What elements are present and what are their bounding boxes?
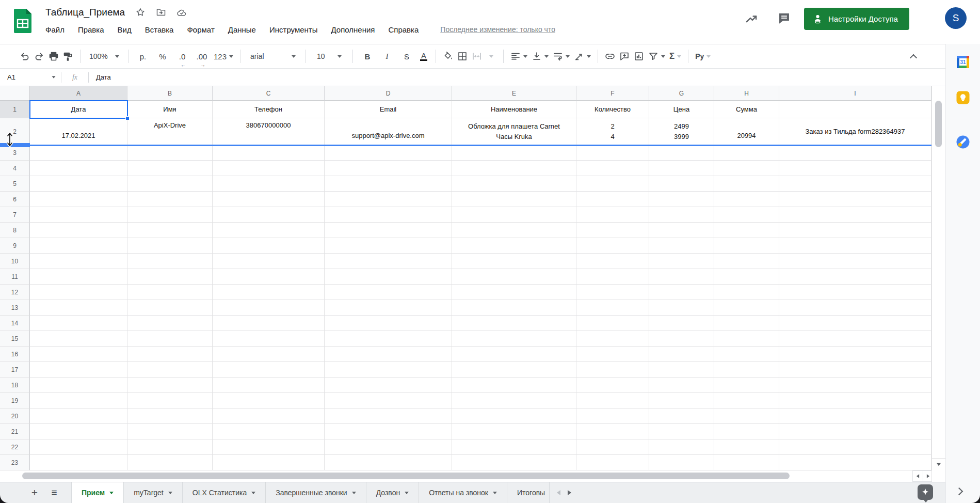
cell[interactable] xyxy=(779,223,931,238)
row-header-13[interactable]: 13 xyxy=(0,300,30,316)
tab-menu-caret-icon[interactable] xyxy=(168,492,172,494)
cell-A2[interactable]: 17.02.2021 xyxy=(30,118,127,145)
cell[interactable] xyxy=(325,378,452,393)
cell[interactable] xyxy=(649,347,714,362)
cell[interactable] xyxy=(779,269,931,285)
cell[interactable] xyxy=(325,161,452,176)
cell[interactable] xyxy=(452,238,576,254)
cell[interactable] xyxy=(452,439,576,455)
column-header-A[interactable]: A xyxy=(30,86,127,101)
cell[interactable] xyxy=(576,192,649,207)
tab-menu-caret-icon[interactable] xyxy=(251,492,255,494)
cell[interactable] xyxy=(452,207,576,223)
cell[interactable] xyxy=(714,192,779,207)
cell[interactable] xyxy=(576,455,649,470)
cell[interactable] xyxy=(576,408,649,424)
cell[interactable] xyxy=(452,393,576,408)
formula-input[interactable]: Дата xyxy=(89,73,945,81)
cell[interactable] xyxy=(452,316,576,331)
row-header-11[interactable]: 11 xyxy=(0,269,30,285)
more-formats-button[interactable]: 123 xyxy=(212,49,235,64)
cell[interactable] xyxy=(127,223,213,238)
cell[interactable] xyxy=(127,408,213,424)
horizontal-align-icon[interactable] xyxy=(508,49,529,64)
cell[interactable] xyxy=(649,269,714,285)
cell[interactable] xyxy=(30,393,127,408)
cell-H1[interactable]: Сумма xyxy=(714,101,779,118)
cell[interactable] xyxy=(213,455,325,470)
cell[interactable] xyxy=(649,378,714,393)
row-header-9[interactable]: 9 xyxy=(0,238,30,254)
cell[interactable] xyxy=(452,362,576,378)
cell[interactable] xyxy=(779,347,931,362)
cell[interactable] xyxy=(213,331,325,347)
cell[interactable] xyxy=(30,254,127,269)
cell[interactable] xyxy=(576,207,649,223)
cell[interactable] xyxy=(576,362,649,378)
cell[interactable] xyxy=(714,378,779,393)
sheet-tab-7[interactable]: Итоговы xyxy=(507,482,550,503)
cell[interactable] xyxy=(452,455,576,470)
cell[interactable] xyxy=(127,161,213,176)
cell[interactable] xyxy=(714,362,779,378)
cell[interactable] xyxy=(576,145,649,161)
italic-button[interactable]: I xyxy=(377,49,397,64)
increase-decimal-button[interactable]: .00 → xyxy=(192,49,212,64)
decrease-decimal-button[interactable]: .0 ← xyxy=(172,49,192,64)
borders-icon[interactable] xyxy=(455,49,470,64)
cell[interactable] xyxy=(779,161,931,176)
column-header-I[interactable]: I xyxy=(779,86,931,101)
horizontal-scrollbar-thumb[interactable] xyxy=(22,473,790,479)
cell[interactable] xyxy=(30,362,127,378)
cell[interactable] xyxy=(779,254,931,269)
cell[interactable] xyxy=(325,223,452,238)
cell[interactable] xyxy=(714,223,779,238)
last-edit-status[interactable]: Последнее изменение: только что xyxy=(440,25,555,34)
cell[interactable] xyxy=(714,331,779,347)
cell[interactable] xyxy=(325,145,452,161)
cell[interactable] xyxy=(714,316,779,331)
filter-icon[interactable] xyxy=(646,49,667,64)
cell[interactable] xyxy=(325,207,452,223)
menu-5[interactable]: Формат xyxy=(187,25,214,34)
row-header-6[interactable]: 6 xyxy=(0,192,30,207)
cell[interactable] xyxy=(325,316,452,331)
cell[interactable] xyxy=(779,331,931,347)
cell[interactable] xyxy=(30,347,127,362)
cell[interactable] xyxy=(325,424,452,439)
cell[interactable] xyxy=(576,393,649,408)
cloud-saved-icon[interactable] xyxy=(176,7,187,18)
cell[interactable] xyxy=(30,439,127,455)
cell[interactable] xyxy=(452,285,576,300)
sheet-tab-2[interactable]: myTarget xyxy=(124,482,183,503)
print-icon[interactable] xyxy=(46,49,61,64)
cell[interactable] xyxy=(30,238,127,254)
cell[interactable] xyxy=(127,378,213,393)
sheet-tab-1[interactable]: Прием xyxy=(71,482,124,503)
cell[interactable] xyxy=(576,424,649,439)
all-sheets-button[interactable]: ≡ xyxy=(46,485,62,500)
cell[interactable] xyxy=(325,331,452,347)
cell[interactable] xyxy=(127,176,213,192)
cell-H2[interactable]: 20994 xyxy=(714,118,779,145)
cell[interactable] xyxy=(714,254,779,269)
cell[interactable] xyxy=(213,161,325,176)
row-header-3[interactable]: 3 xyxy=(0,145,30,161)
cell[interactable] xyxy=(576,176,649,192)
cell[interactable] xyxy=(714,300,779,316)
cell[interactable] xyxy=(325,176,452,192)
cell[interactable] xyxy=(649,316,714,331)
text-color-button[interactable]: A xyxy=(416,49,431,64)
cell-F1[interactable]: Количество xyxy=(576,101,649,118)
cell[interactable] xyxy=(714,176,779,192)
font-size-select[interactable]: 10 xyxy=(311,49,348,64)
cell[interactable] xyxy=(576,254,649,269)
cell[interactable] xyxy=(30,207,127,223)
cell[interactable] xyxy=(649,439,714,455)
cell[interactable] xyxy=(649,254,714,269)
cell[interactable] xyxy=(127,254,213,269)
cell[interactable] xyxy=(213,254,325,269)
cell[interactable] xyxy=(779,300,931,316)
row-header-15[interactable]: 15 xyxy=(0,331,30,347)
text-wrap-icon[interactable] xyxy=(551,49,572,64)
